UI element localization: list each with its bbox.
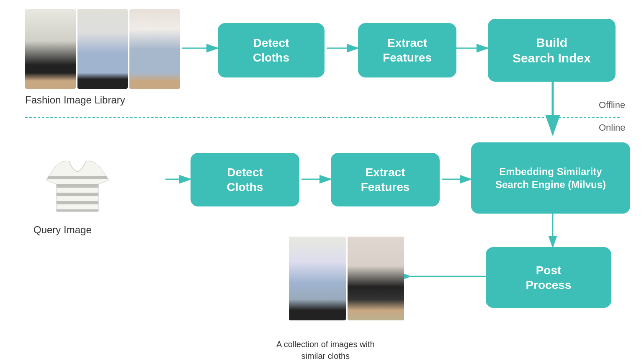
- query-image-label: Query Image: [33, 224, 92, 236]
- result-label: A collection of images with similar clot…: [276, 327, 375, 361]
- svg-rect-11: [42, 176, 113, 179]
- embedding-similarity-label: Embedding SimilaritySearch Engine (Milvu…: [495, 165, 606, 191]
- offline-label: Offline: [599, 100, 625, 111]
- svg-rect-14: [42, 201, 113, 204]
- extract-features-top-box: ExtractFeatures: [358, 23, 456, 77]
- detect-cloths-top-label: DetectCloths: [253, 36, 289, 65]
- detect-cloths-bottom-label: DetectCloths: [227, 165, 263, 194]
- offline-online-divider: [25, 117, 620, 118]
- extract-features-bottom-box: ExtractFeatures: [331, 153, 440, 206]
- build-search-index-box: BuildSearch Index: [488, 19, 616, 82]
- svg-rect-13: [42, 193, 113, 196]
- fashion-library-label: Fashion Image Library: [25, 94, 125, 106]
- query-shirt-image: [42, 147, 113, 218]
- extract-features-top-label: ExtractFeatures: [383, 36, 432, 65]
- result-image-1: [289, 237, 346, 320]
- svg-rect-15: [42, 209, 113, 213]
- post-process-box: PostProcess: [486, 247, 611, 308]
- result-image-2: [348, 237, 404, 320]
- detect-cloths-bottom-box: DetectCloths: [191, 153, 299, 206]
- result-images: [289, 237, 404, 320]
- diagram: Fashion Image Library DetectCloths Extra…: [0, 0, 644, 361]
- svg-rect-12: [42, 184, 113, 188]
- fashion-image-library: [25, 9, 180, 89]
- extract-features-bottom-label: ExtractFeatures: [361, 165, 410, 194]
- fashion-person-3: [129, 9, 180, 89]
- build-search-index-label: BuildSearch Index: [513, 35, 591, 66]
- fashion-person-2: [77, 9, 128, 89]
- post-process-label: PostProcess: [526, 263, 572, 292]
- embedding-similarity-box: Embedding SimilaritySearch Engine (Milvu…: [471, 142, 630, 214]
- fashion-person-1: [25, 9, 76, 89]
- detect-cloths-top-box: DetectCloths: [218, 23, 325, 77]
- online-label: Online: [599, 122, 626, 133]
